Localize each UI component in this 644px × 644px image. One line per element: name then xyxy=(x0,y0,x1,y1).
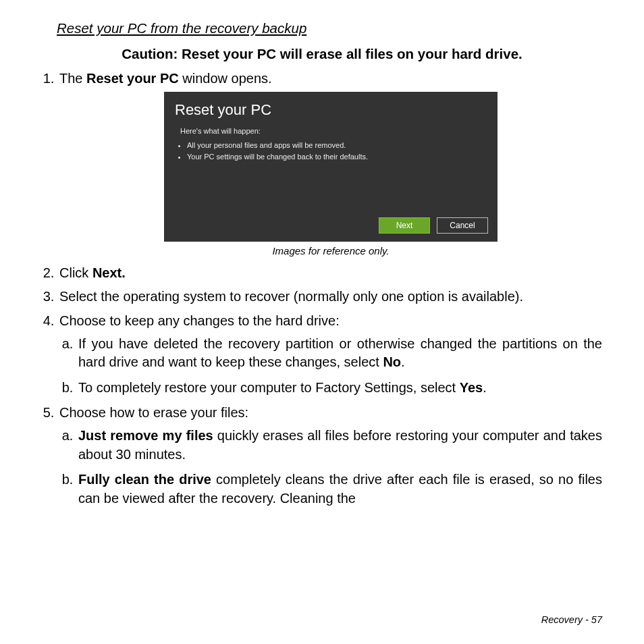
screenshot-caption: Images for reference only. xyxy=(59,244,602,259)
text: To completely restore your computer to F… xyxy=(78,380,460,395)
text: window opens. xyxy=(179,71,272,86)
step-1: The Reset your PC window opens. Reset yo… xyxy=(58,70,602,259)
bold-text: Just remove my files xyxy=(78,428,213,443)
step-4: Choose to keep any changes to the hard d… xyxy=(58,312,602,397)
text: If you have deleted the recovery partiti… xyxy=(78,336,602,370)
text: Choose to keep any changes to the hard d… xyxy=(59,313,340,328)
dialog-bullet: All your personal files and apps will be… xyxy=(187,140,487,151)
bold-text: Reset your PC xyxy=(86,71,179,86)
text: . xyxy=(483,380,487,395)
dialog-bullets: All your personal files and apps will be… xyxy=(180,140,487,162)
text: Select the operating system to recover (… xyxy=(59,289,523,304)
dialog-title: Reset your PC xyxy=(175,100,487,120)
page-footer: Recovery - 57 xyxy=(541,613,602,626)
dialog-bullet: Your PC settings will be changed back to… xyxy=(187,152,487,162)
bold-text: Fully clean the drive xyxy=(78,472,211,487)
dialog-button-row: Next Cancel xyxy=(379,217,488,234)
dialog-subtitle: Here's what will happen: xyxy=(180,126,487,136)
step-5b: Fully clean the drive completely cleans … xyxy=(77,471,602,508)
step-4b: To completely restore your computer to F… xyxy=(77,379,602,398)
step-4-substeps: If you have deleted the recovery partiti… xyxy=(59,335,602,398)
reset-pc-dialog: Reset your PC Here's what will happen: A… xyxy=(164,92,498,242)
step-5: Choose how to erase your files: Just rem… xyxy=(58,404,602,508)
text: Choose how to erase your files: xyxy=(59,405,248,420)
caution-line: Caution: Reset your PC will erase all fi… xyxy=(42,45,602,63)
step-5a: Just remove my files quickly erases all … xyxy=(77,427,602,464)
cancel-button[interactable]: Cancel xyxy=(437,217,488,234)
text: The xyxy=(59,71,86,86)
bold-text: Yes xyxy=(460,380,483,395)
steps-list: The Reset your PC window opens. Reset yo… xyxy=(42,70,602,508)
section-heading: Reset your PC from the recovery backup xyxy=(57,19,602,38)
bold-text: Next. xyxy=(92,265,126,280)
next-button[interactable]: Next xyxy=(379,217,430,234)
step-4a: If you have deleted the recovery partiti… xyxy=(77,335,602,372)
step-5-substeps: Just remove my files quickly erases all … xyxy=(59,427,602,508)
bold-text: No xyxy=(383,354,401,369)
step-2: Click Next. xyxy=(58,264,602,283)
document-page: Reset your PC from the recovery backup C… xyxy=(0,0,644,644)
text: Click xyxy=(59,265,92,280)
screenshot-wrapper: Reset your PC Here's what will happen: A… xyxy=(59,92,602,259)
text: . xyxy=(401,354,405,369)
step-3: Select the operating system to recover (… xyxy=(58,288,602,306)
